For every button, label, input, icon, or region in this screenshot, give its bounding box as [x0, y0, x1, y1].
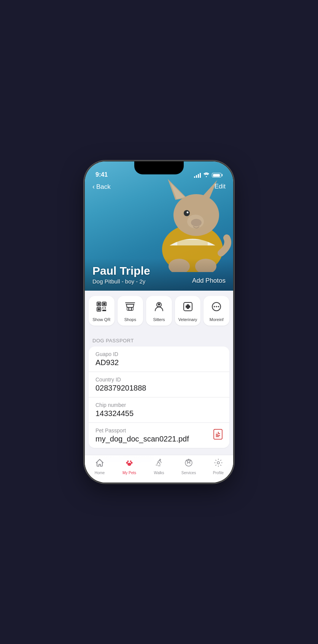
tab-my-pets[interactable]: My Pets	[114, 458, 144, 475]
hero-info: Paul Triple Dog Pitbull - boy - 2y Add P…	[85, 258, 233, 291]
svg-rect-28	[186, 305, 190, 308]
dog-passport-label: DOG PASSPORT	[85, 331, 233, 347]
home-icon	[95, 458, 104, 470]
svg-point-7	[187, 212, 189, 214]
notch	[134, 161, 184, 174]
country-id-label: Country ID	[95, 377, 223, 383]
sitters-label: Sitters	[153, 317, 165, 322]
guapo-id-value: AD932	[95, 358, 223, 367]
svg-rect-14	[98, 303, 100, 305]
svg-point-31	[216, 306, 217, 307]
phone-frame: 9:41	[85, 161, 233, 483]
status-time: 9:41	[95, 171, 108, 178]
pet-info-block: Paul Triple Dog Pitbull - boy - 2y	[92, 264, 150, 285]
svg-point-40	[185, 459, 192, 466]
shop-icon	[125, 301, 135, 314]
svg-point-32	[218, 306, 219, 307]
svg-point-25	[158, 303, 160, 305]
tab-profile-label: Profile	[213, 471, 224, 475]
pet-passport-field: Pet Passport my_dog_doc_scan0221.pdf	[89, 423, 229, 448]
chip-number-value: 143324455	[95, 409, 223, 418]
guapo-id-label: Guapo ID	[95, 351, 223, 357]
chip-number-field: Chip number 143324455	[89, 397, 229, 423]
veterinary-button[interactable]: Veterinary	[175, 296, 201, 326]
show-qr-label: Show QR	[92, 317, 110, 322]
svg-rect-16	[103, 303, 105, 305]
edit-button[interactable]: Edit	[215, 183, 226, 191]
pdf-icon[interactable]	[213, 429, 223, 442]
tab-walks[interactable]: Walks	[144, 458, 174, 475]
sitters-button[interactable]: Sitters	[146, 296, 172, 326]
services-icon	[184, 458, 193, 470]
pet-passport-row: Pet Passport my_dog_doc_scan0221.pdf	[95, 427, 223, 443]
svg-point-0	[206, 176, 207, 177]
signal-icon	[194, 172, 201, 178]
svg-point-30	[214, 306, 215, 307]
more-icon	[211, 301, 222, 314]
vet-icon	[183, 301, 193, 314]
status-icons	[194, 172, 223, 178]
pet-passport-value: my_dog_doc_scan0221.pdf	[95, 435, 189, 443]
tab-home-label: Home	[95, 471, 105, 475]
moreinfo-button[interactable]: Moreinf	[204, 296, 229, 326]
svg-rect-19	[102, 307, 103, 309]
pet-passport-label: Pet Passport	[95, 427, 189, 434]
back-button[interactable]: ‹ Back	[92, 183, 111, 191]
shops-button[interactable]: Shops	[118, 296, 143, 326]
svg-point-6	[184, 210, 190, 216]
svg-rect-18	[98, 308, 100, 310]
pet-details: Dog Pitbull - boy - 2y	[92, 278, 150, 285]
svg-point-41	[217, 462, 219, 464]
svg-point-37	[127, 460, 129, 462]
pet-passport-content: Pet Passport my_dog_doc_scan0221.pdf	[95, 427, 189, 443]
tab-my-pets-label: My Pets	[122, 471, 136, 475]
tab-walks-label: Walks	[154, 471, 164, 475]
tab-bar: Home My Pets	[85, 455, 233, 483]
svg-point-35	[126, 462, 128, 464]
shops-label: Shops	[124, 317, 136, 322]
country-id-field: Country ID 028379201888	[89, 372, 229, 397]
hero-nav: ‹ Back Edit	[85, 183, 233, 191]
svg-point-39	[160, 459, 161, 460]
battery-icon	[212, 173, 223, 177]
paw-icon	[125, 458, 134, 470]
svg-rect-23	[105, 310, 106, 311]
back-chevron-icon: ‹	[92, 183, 95, 191]
tab-services[interactable]: Services	[174, 458, 204, 475]
chip-number-label: Chip number	[95, 402, 223, 408]
svg-rect-10	[177, 240, 208, 251]
guapo-id-field: Guapo ID AD932	[89, 347, 229, 372]
show-qr-button[interactable]: Show QR	[89, 296, 114, 326]
add-photos-button[interactable]: Add Photos	[192, 277, 226, 285]
svg-point-36	[131, 462, 133, 464]
dog-walk-icon	[154, 458, 164, 470]
tab-profile[interactable]: Profile	[204, 458, 233, 475]
svg-rect-20	[105, 307, 106, 309]
wifi-icon	[203, 172, 210, 178]
pet-name: Paul Triple	[92, 264, 150, 277]
svg-rect-21	[103, 310, 105, 311]
quick-actions-bar: Show QR Shops	[85, 291, 233, 331]
screen: ‹ Back Edit Paul Triple Dog Pitbull - bo…	[85, 161, 233, 483]
svg-rect-22	[102, 310, 103, 311]
hero-section: ‹ Back Edit Paul Triple Dog Pitbull - bo…	[85, 161, 233, 291]
svg-point-38	[130, 460, 132, 462]
back-label: Back	[96, 183, 111, 191]
moreinfo-label: Moreinf	[210, 317, 224, 322]
dog-passport-card: Guapo ID AD932 Country ID 028379201888 C…	[89, 347, 229, 448]
country-id-value: 028379201888	[95, 384, 223, 392]
veterinary-label: Veterinary	[178, 317, 197, 322]
tab-home[interactable]: Home	[85, 458, 114, 475]
gear-icon	[214, 458, 223, 470]
svg-point-9	[187, 215, 204, 228]
sitter-icon	[154, 301, 164, 314]
svg-point-34	[127, 463, 131, 466]
qr-icon	[96, 301, 107, 314]
tab-services-label: Services	[181, 471, 196, 475]
